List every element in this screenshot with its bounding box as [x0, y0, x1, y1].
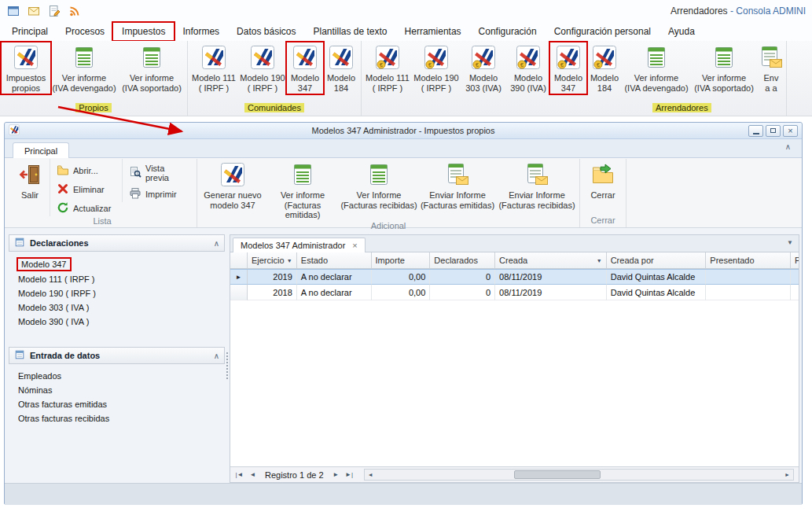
- sidebar-splitter[interactable]: [226, 234, 229, 483]
- sidebar-item-modelo-390[interactable]: Modelo 390 ( IVA ): [17, 317, 90, 326]
- tab-list-dropdown-icon[interactable]: ▼: [787, 239, 799, 248]
- panel-header-entrada-de-datos[interactable]: Entrada de datos ∧: [9, 347, 225, 364]
- scrollbar-track[interactable]: [377, 470, 781, 480]
- filter-dropdown-icon[interactable]: ▼: [285, 258, 292, 263]
- generar-modelo-347-button[interactable]: Generar nuevo modelo 347: [200, 159, 266, 211]
- column-header-creada[interactable]: Creada ▼: [495, 252, 607, 269]
- report-icon: [644, 45, 669, 72]
- menu-plantillas-texto[interactable]: Plantillas de texto: [304, 23, 395, 40]
- scroll-right-icon[interactable]: ►: [781, 470, 793, 480]
- sidebar-item-empleados[interactable]: Empleados: [17, 371, 63, 381]
- ribbon-button-impuestos-propios[interactable]: Impuestos propios: [2, 42, 50, 94]
- scrollbar-thumb[interactable]: [514, 470, 601, 479]
- ribbon-button-modelo-111-comunidades[interactable]: Modelo 111 ( IRPF ): [189, 42, 238, 94]
- ribbon-button-ver-informe-iva-devengado-arrendadores[interactable]: Ver informe (IVA devengado): [623, 42, 690, 94]
- declaraciones-items: Modelo 347 Modelo 111 ( IRPF ) Modelo 19…: [9, 252, 225, 336]
- cerrar-button[interactable]: Cerrar: [582, 159, 623, 201]
- document-tab-modelos-347[interactable]: Modelos 347 Administrador ×: [233, 238, 366, 252]
- refresh-icon: [57, 201, 69, 215]
- filter-dropdown-icon[interactable]: ▼: [594, 258, 602, 263]
- column-header-creada-por[interactable]: Creada por: [607, 252, 707, 269]
- next-record-button[interactable]: ►: [329, 469, 343, 481]
- table-row[interactable]: ► 2019 A no declarar 0,00 0 08/11/2019 D…: [230, 269, 799, 285]
- column-header-declarados[interactable]: Declarados: [430, 252, 495, 269]
- column-header-ejercicio[interactable]: Ejercicio ▼: [248, 252, 297, 269]
- cell-importe: 0,00: [372, 270, 431, 285]
- menu-herramientas[interactable]: Herramientas: [396, 23, 470, 40]
- ribbon-button-enviar-truncated[interactable]: Env a a: [758, 42, 784, 94]
- ribbon-button-modelo-347-arrendadores[interactable]: Modelo 347: [550, 42, 586, 94]
- mail-icon[interactable]: [27, 4, 41, 18]
- ribbon-button-modelo-303-arrendadores[interactable]: Modelo 303 (IVA): [461, 42, 506, 94]
- vista-previa-button[interactable]: Vista previa: [127, 163, 191, 183]
- panel-header-declaraciones[interactable]: Declaraciones ∧: [9, 234, 225, 252]
- ribbon-button-ver-informe-iva-devengado-propios[interactable]: Ver informe (IVA devengado): [50, 42, 118, 94]
- ribbon-button-ver-informe-iva-soportado-propios[interactable]: Ver informe (IVA soportado): [118, 42, 186, 94]
- minimize-button[interactable]: [748, 125, 763, 137]
- sidebar-item-modelo-347[interactable]: Modelo 347: [17, 259, 72, 270]
- maximize-button[interactable]: [766, 125, 781, 137]
- abrir-button[interactable]: Abrir...: [55, 163, 119, 179]
- sidebar-item-modelo-190[interactable]: Modelo 190 ( IRPF ): [17, 289, 97, 298]
- menu-procesos[interactable]: Procesos: [57, 23, 113, 40]
- ribbon-collapse-button[interactable]: ∧: [785, 142, 794, 154]
- collapse-chevron-icon[interactable]: ∧: [214, 352, 219, 360]
- imprimir-button[interactable]: Imprimir: [127, 186, 191, 202]
- ribbon-button-modelo-190-comunidades[interactable]: Modelo 190 ( IRPF ): [238, 42, 287, 94]
- ribbon-button-modelo-347-comunidades[interactable]: Modelo 347: [287, 42, 323, 94]
- column-header-clipped[interactable]: P: [791, 252, 799, 269]
- menu-principal[interactable]: Principal: [3, 23, 57, 40]
- first-record-button[interactable]: |◄: [233, 469, 246, 481]
- column-header-presentado[interactable]: Presentado: [706, 252, 791, 269]
- ver-informe-facturas-recibidas-button[interactable]: Ver Informe (Facturas recibidas): [340, 159, 418, 211]
- sidebar-item-modelo-111[interactable]: Modelo 111 ( IRPF ): [17, 274, 96, 284]
- menu-impuestos[interactable]: Impuestos: [113, 23, 174, 40]
- menu-configuracion-personal[interactable]: Configuración personal: [546, 23, 660, 40]
- window-titlebar[interactable]: Modelos 347 Administrador - Impuestos pr…: [5, 123, 802, 139]
- menu-datos-basicos[interactable]: Datos básicos: [228, 23, 304, 40]
- note-edit-icon[interactable]: [47, 4, 61, 18]
- sidebar-item-otras-facturas-emitidas[interactable]: Otras facturas emitidas: [17, 400, 108, 409]
- button-label: Impuestos propios: [6, 73, 46, 93]
- ribbon-button-modelo-184-arrendadores[interactable]: Modelo 184: [586, 42, 623, 94]
- column-header-importe[interactable]: Importe: [372, 252, 431, 269]
- button-label: Ver informe (IVA soportado): [122, 73, 182, 93]
- menu-configuracion[interactable]: Configuración: [470, 23, 546, 40]
- sidebar-item-nominas[interactable]: Nóminas: [17, 385, 53, 395]
- delete-icon: [57, 182, 69, 197]
- ribbon-button-modelo-184-comunidades[interactable]: Modelo 184: [323, 42, 359, 94]
- app-title-name: Arrendadores: [671, 6, 728, 17]
- menu-informes[interactable]: Informes: [174, 23, 228, 40]
- enviar-informe-facturas-emitidas-button[interactable]: Enviar Informe (Facturas emitidas): [418, 159, 497, 211]
- ribbon-group-caption-comunidades: Comunidades: [189, 102, 359, 116]
- close-button[interactable]: ×: [783, 125, 798, 137]
- eliminar-button[interactable]: Eliminar: [55, 182, 119, 197]
- app-window-icon[interactable]: [6, 4, 20, 18]
- ribbon-button-modelo-190-arrendadores[interactable]: Modelo 190 ( IRPF ): [412, 42, 461, 94]
- scroll-left-icon[interactable]: ◄: [365, 470, 377, 480]
- ribbon-button-ver-informe-iva-soportado-arrendadores[interactable]: Ver informe (IVA soportado): [690, 42, 758, 94]
- sidebar-item-otras-facturas-recibidas[interactable]: Otras facturas recibidas: [17, 414, 111, 423]
- tab-principal[interactable]: Principal: [13, 142, 69, 158]
- menu-ayuda[interactable]: Ayuda: [660, 23, 704, 40]
- ver-informe-facturas-emitidas-button[interactable]: Ver informe (Facturas emitidas): [266, 159, 340, 221]
- collapse-chevron-icon[interactable]: ∧: [214, 239, 219, 248]
- last-record-button[interactable]: ►|: [343, 469, 356, 481]
- button-label: Enviar Informe (Facturas emitidas): [421, 190, 494, 210]
- ribbon-button-modelo-390-arrendadores[interactable]: Modelo 390 (IVA): [506, 42, 550, 94]
- feed-icon[interactable]: [68, 4, 82, 18]
- ribbon-button-modelo-111-arrendadores[interactable]: Modelo 111 ( IRPF ): [363, 42, 412, 94]
- enviar-informe-facturas-recibidas-button[interactable]: Enviar Informe (Facturas recibidas): [497, 159, 577, 211]
- table-row[interactable]: 2018 A no declarar 0,00 0 08/11/2019 Dav…: [230, 285, 799, 300]
- salir-button[interactable]: Salir: [10, 159, 50, 201]
- prev-record-button[interactable]: ◄: [246, 469, 259, 481]
- button-label: Modelo 347: [291, 73, 319, 93]
- tab-close-icon[interactable]: ×: [352, 241, 357, 250]
- actualizar-button[interactable]: Actualizar: [55, 201, 119, 216]
- caption-text: Comunidades: [244, 103, 304, 112]
- sidebar-item-modelo-303[interactable]: Modelo 303 ( IVA ): [17, 303, 90, 312]
- cell-declarados: 0: [430, 285, 495, 300]
- column-header-estado[interactable]: Estado: [297, 252, 372, 269]
- horizontal-scrollbar[interactable]: ◄ ►: [364, 469, 794, 481]
- entrada-datos-items: Empleados Nóminas Otras facturas emitida…: [9, 364, 225, 433]
